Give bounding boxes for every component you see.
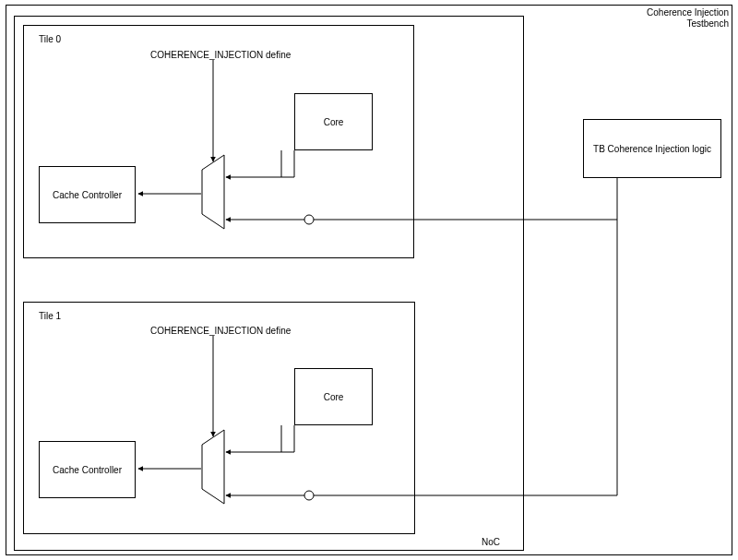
tile-1-cache-controller: Cache Controller xyxy=(39,441,136,498)
tb-box-label: TB Coherence Injection logic xyxy=(593,144,711,154)
tile-1-core-label: Core xyxy=(324,392,344,402)
tile-0-define-label: COHERENCE_INJECTION define xyxy=(150,50,291,61)
tile-1-core: Core xyxy=(294,368,373,425)
tile-1-cache-controller-label: Cache Controller xyxy=(53,465,122,475)
tile-0-title: Tile 0 xyxy=(39,34,61,45)
tile-1-title: Tile 1 xyxy=(39,311,61,322)
title-line2: Testbench xyxy=(627,18,729,30)
tb-coherence-injection-logic: TB Coherence Injection logic xyxy=(583,119,721,178)
tile-0-core-label: Core xyxy=(324,117,344,127)
tile-1-define-label: COHERENCE_INJECTION define xyxy=(150,326,291,337)
tile-0-cache-controller: Cache Controller xyxy=(39,166,136,223)
tile-0-core: Core xyxy=(294,93,373,150)
noc-label: NoC xyxy=(482,537,500,548)
title-line1: Coherence Injection xyxy=(627,7,729,18)
tile-0-cache-controller-label: Cache Controller xyxy=(53,190,122,200)
